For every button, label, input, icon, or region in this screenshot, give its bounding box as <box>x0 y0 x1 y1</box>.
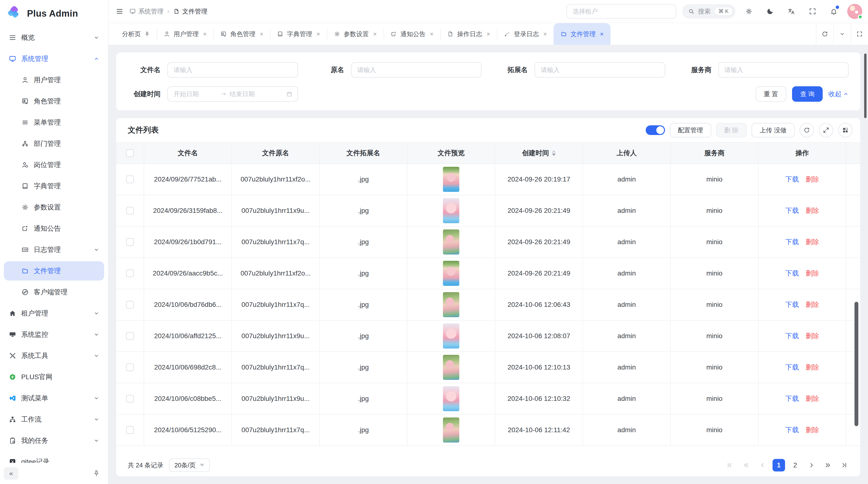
page-2-button[interactable]: 2 <box>789 459 802 472</box>
prev-group-button[interactable] <box>740 459 752 472</box>
tab-login-log[interactable]: 登录日志 × <box>497 23 554 45</box>
file-preview-image[interactable] <box>443 386 459 411</box>
sidebar-item-tenants[interactable]: 租户管理 <box>4 304 104 323</box>
row-checkbox[interactable] <box>126 363 134 371</box>
first-page-button[interactable] <box>723 459 736 472</box>
next-page-button[interactable] <box>805 459 818 472</box>
row-checkbox[interactable] <box>126 207 134 215</box>
sidebar-item-my-tasks[interactable]: 我的任务 <box>4 431 104 450</box>
download-link[interactable]: 下载 <box>785 331 799 341</box>
close-icon[interactable]: × <box>430 30 434 38</box>
file-preview-image[interactable] <box>443 198 459 223</box>
search-toggle[interactable] <box>646 125 665 135</box>
tab-analysis[interactable]: 分析页 <box>115 23 157 45</box>
download-link[interactable]: 下载 <box>785 206 799 215</box>
sidebar-item-users[interactable]: 用户管理 <box>4 70 104 90</box>
query-button[interactable]: 查 询 <box>792 86 823 102</box>
upload-button[interactable]: 上传 没做 <box>751 123 795 137</box>
sidebar-item-posts[interactable]: 岗位管理 <box>4 155 104 174</box>
close-icon[interactable]: × <box>316 30 320 38</box>
page-scrollbar[interactable] <box>864 54 867 118</box>
close-icon[interactable]: × <box>260 30 263 38</box>
file-preview-image[interactable] <box>443 292 459 317</box>
download-link[interactable]: 下载 <box>785 237 799 247</box>
sidebar-item-plus-site[interactable]: PLUS官网 <box>4 367 104 387</box>
page-1-button[interactable]: 1 <box>773 459 785 472</box>
close-icon[interactable]: × <box>203 30 207 38</box>
tab-dictionary[interactable]: 字典管理 × <box>270 23 327 45</box>
download-link[interactable]: 下载 <box>785 394 799 403</box>
delete-link[interactable]: 删除 <box>806 175 819 184</box>
language-button[interactable] <box>784 4 799 19</box>
tab-notices[interactable]: 通知公告 × <box>383 23 440 45</box>
row-checkbox[interactable] <box>126 238 134 246</box>
original-name-input[interactable] <box>351 62 482 77</box>
refresh-tab-button[interactable] <box>816 23 833 45</box>
row-checkbox[interactable] <box>126 426 134 434</box>
row-checkbox[interactable] <box>126 332 134 340</box>
tab-roles[interactable]: 角色管理 × <box>213 23 270 45</box>
delete-link[interactable]: 删除 <box>806 331 819 341</box>
delete-link[interactable]: 删除 <box>806 300 819 309</box>
close-icon[interactable]: × <box>487 30 490 38</box>
fullscreen-button[interactable] <box>805 4 820 19</box>
tab-files[interactable]: 文件管理 × <box>554 23 610 45</box>
download-link[interactable]: 下载 <box>785 425 799 434</box>
next-group-button[interactable] <box>822 459 834 472</box>
table-scrollbar[interactable] <box>855 302 858 426</box>
prev-page-button[interactable] <box>756 459 769 472</box>
avatar[interactable] <box>847 4 862 19</box>
close-icon[interactable]: × <box>543 30 547 38</box>
file-preview-image[interactable] <box>443 261 459 286</box>
config-manage-button[interactable]: 配置管理 <box>670 123 711 137</box>
table-fullscreen-button[interactable] <box>819 123 833 137</box>
sidebar-toggle-icon[interactable] <box>116 7 123 15</box>
tab-parameters[interactable]: 参数设置 × <box>327 23 383 45</box>
delete-link[interactable]: 删除 <box>806 237 819 247</box>
sidebar-item-system-mgmt[interactable]: 系统管理 <box>4 49 104 68</box>
notifications-button[interactable] <box>826 4 841 19</box>
dark-mode-button[interactable] <box>763 4 778 19</box>
delete-link[interactable]: 删除 <box>806 425 819 434</box>
delete-link[interactable]: 删除 <box>806 363 819 372</box>
file-preview-image[interactable] <box>443 323 459 349</box>
sidebar-item-departments[interactable]: 部门管理 <box>4 134 104 153</box>
reset-button[interactable]: 重 置 <box>756 86 786 102</box>
col-created[interactable]: 创建时间 <box>495 143 583 163</box>
row-checkbox[interactable] <box>126 301 134 309</box>
filename-input[interactable] <box>167 62 298 77</box>
content-fullscreen-button[interactable] <box>850 23 868 45</box>
download-link[interactable]: 下载 <box>785 175 799 184</box>
sidebar-item-workflow[interactable]: 工作流 <box>4 410 104 429</box>
sidebar-item-monitoring[interactable]: 系统监控 <box>4 325 104 344</box>
file-preview-image[interactable] <box>443 417 459 443</box>
extension-input[interactable] <box>534 62 665 77</box>
sidebar-item-roles[interactable]: 角色管理 <box>4 92 104 111</box>
download-link[interactable]: 下载 <box>785 363 799 372</box>
delete-link[interactable]: 删除 <box>806 206 819 215</box>
sidebar-item-files[interactable]: 文件管理 <box>4 261 104 281</box>
date-range-picker[interactable]: 开始日期 结束日期 <box>167 86 298 102</box>
close-icon[interactable]: × <box>600 30 603 38</box>
sidebar-item-menus[interactable]: 菜单管理 <box>4 113 104 132</box>
page-size-select[interactable]: 20条/页 <box>169 458 210 472</box>
sidebar-item-parameters[interactable]: 参数设置 <box>4 198 104 217</box>
file-preview-image[interactable] <box>443 229 459 255</box>
download-link[interactable]: 下载 <box>785 269 799 278</box>
file-preview-image[interactable] <box>443 167 459 192</box>
column-settings-button[interactable] <box>838 123 852 137</box>
global-search[interactable]: 搜索 ⌘ K <box>682 4 735 19</box>
delete-link[interactable]: 删除 <box>806 269 819 278</box>
settings-button[interactable] <box>741 4 756 19</box>
breadcrumb-root[interactable]: 系统管理 <box>129 7 163 16</box>
sidebar-item-test-menu[interactable]: 测试菜单 <box>4 389 104 408</box>
sidebar-collapse-button[interactable]: « <box>4 467 18 480</box>
sidebar-item-clients[interactable]: 客户端管理 <box>4 283 104 302</box>
provider-input[interactable] <box>718 62 849 77</box>
collapse-filter-link[interactable]: 收起 <box>829 90 849 98</box>
row-checkbox[interactable] <box>126 269 134 277</box>
sidebar-item-overview[interactable]: 概览 <box>4 28 104 47</box>
delete-link[interactable]: 删除 <box>806 394 819 403</box>
last-page-button[interactable] <box>838 459 850 472</box>
sidebar-item-logs[interactable]: 日志管理 <box>4 240 104 259</box>
